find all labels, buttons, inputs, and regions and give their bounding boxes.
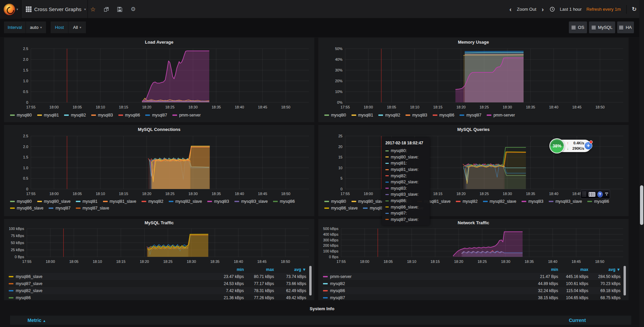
legend-series-name[interactable]: mysql82_slave	[9, 288, 214, 293]
legend-series-name[interactable]: mysql86	[323, 288, 528, 293]
legend-item-mysql86[interactable]: mysql86	[587, 199, 609, 204]
legend-item-mysql87[interactable]: mysql87	[460, 113, 481, 118]
legend-item-mysql80[interactable]: mysql80	[324, 113, 346, 118]
grafana-logo-menu[interactable]: ▾	[0, 0, 21, 18]
panel-title[interactable]: MySQL Queries	[318, 127, 629, 132]
star-icon[interactable]: ☆	[90, 6, 96, 12]
mysql-dashboards-button[interactable]: MySQL	[589, 21, 615, 33]
legend-sort-avg[interactable]: avg ▼	[274, 267, 306, 272]
legend-item-mysql86[interactable]: mysql86	[433, 113, 454, 118]
chart-load-average[interactable]: 17:5518:0018:0518:1018:1518:2018:2518:30…	[7, 47, 311, 111]
legend-item-mysql81[interactable]: mysql81	[37, 113, 59, 118]
legend-item-mysql83[interactable]: mysql83	[207, 199, 229, 204]
legend-item-mysql87[interactable]: mysql87	[145, 113, 167, 118]
legend-sort-min[interactable]: min	[528, 267, 558, 272]
legend-item-mysql80_slave[interactable]: mysql80_slave	[352, 199, 385, 204]
legend-table-row-mysql86[interactable]: mysql8621.36 kBps77.26 kBps49.42 kBps	[9, 294, 306, 300]
legend-series-name[interactable]: mysql87	[323, 295, 528, 300]
chart-memory-usage[interactable]: 17:5518:0018:0518:1018:1518:2018:2518:30…	[322, 47, 625, 111]
legend-item-mysql82[interactable]: mysql82	[378, 113, 400, 118]
panel-title[interactable]: MySQL Connections	[4, 127, 314, 132]
legend-item-mysql81[interactable]: mysql81	[352, 113, 373, 118]
legend-item-mysql86_slave[interactable]: mysql86_slave	[324, 206, 358, 211]
legend-item-mysql87[interactable]: mysql87	[363, 206, 385, 211]
legend-item-mysql83[interactable]: mysql83	[91, 113, 113, 118]
legend-item-mysql82_slave[interactable]: mysql82_slave	[169, 199, 202, 204]
legend-sort-min[interactable]: min	[214, 267, 244, 272]
page-scrollbar[interactable]	[639, 0, 644, 327]
time-range-picker[interactable]: Last 1 hour	[560, 7, 582, 12]
gear-icon[interactable]: ⚙	[130, 6, 136, 12]
zoom-out-button[interactable]: Zoom Out	[517, 7, 536, 12]
chart-network-traffic[interactable]: 17:5518:0018:0518:1018:1518:2018:2518:30…	[322, 227, 625, 266]
legend-sort-max[interactable]: max	[244, 267, 274, 272]
legend-item-mysql82[interactable]: mysql82	[142, 199, 163, 204]
scrollbar-thumb[interactable]	[640, 185, 643, 225]
legend-item-mysql86_slave[interactable]: mysql86_slave	[10, 206, 43, 211]
legend-table-row-mysql87_slave[interactable]: mysql87_slave24.53 kBps77.17 kBps73.66 k…	[9, 280, 306, 287]
chevron-right-icon[interactable]: ›	[541, 6, 544, 12]
interval-select[interactable]: auto▾	[26, 21, 46, 33]
legend-item-mysql80[interactable]: mysql80	[10, 113, 32, 118]
help-icon[interactable]: ?	[597, 191, 603, 197]
legend-scrollbar[interactable]	[624, 266, 626, 295]
legend-item-mysql81[interactable]: mysql81	[76, 199, 98, 204]
legend-table-row-pmm-server[interactable]: pmm-server21.47 Bps445.16 kBps284.50 kBp…	[323, 273, 621, 280]
battery-percent-badge[interactable]: 38%	[549, 138, 565, 153]
ha-dashboards-button[interactable]: HA	[617, 21, 634, 33]
legend-sort-avg[interactable]: avg ▼	[588, 267, 621, 272]
legend-series-name[interactable]: mysql87_slave	[9, 281, 214, 286]
current-column-header[interactable]: Current	[569, 318, 586, 323]
minimize-icon[interactable]	[605, 193, 608, 193]
os-dashboards-button[interactable]: OS	[569, 21, 587, 33]
legend-item-mysql86[interactable]: mysql86	[273, 199, 295, 204]
legend-series-name[interactable]: pmm-server	[323, 274, 528, 279]
refresh-interval-label[interactable]: Refresh every 1m	[586, 7, 621, 12]
legend-table-row-mysql82_slave[interactable]: mysql82_slave7.42 kBps78.31 kBps62.49 kB…	[9, 287, 306, 294]
legend-table-row-mysql86[interactable]: mysql8632.24 kBps115.04 kBps69.18 kBps	[323, 287, 621, 294]
legend-item-mysql83_slave[interactable]: mysql83_slave	[549, 199, 582, 204]
metric-column-header[interactable]: Metric ▲	[28, 318, 46, 323]
legend-item-mysql82[interactable]: mysql82	[64, 113, 86, 118]
legend-scrollbar[interactable]	[309, 266, 312, 295]
network-speed-extension-overlay[interactable]: ↑0.4K/s ↓290K/s + 38%	[549, 138, 593, 154]
legend-item-mysql83[interactable]: mysql83	[406, 113, 427, 118]
refresh-icon[interactable]: ↻	[632, 6, 637, 13]
drag-handle-icon[interactable]	[583, 192, 587, 197]
keyboard-icon[interactable]	[589, 192, 595, 197]
legend-item-mysql80[interactable]: mysql80	[324, 199, 346, 204]
ime-toolbar-overlay[interactable]: ? ▼	[581, 190, 610, 199]
legend-table-row-mysql87[interactable]: mysql8738.15 kBps104.65 kBps68.75 kBps	[323, 294, 621, 300]
legend-item-mysql81_slave[interactable]: mysql81_slave	[103, 199, 136, 204]
chart-mysql-traffic[interactable]: 17:5518:0018:0518:1018:1518:2018:2518:30…	[7, 227, 311, 266]
chevron-down-icon[interactable]: ▼	[605, 194, 608, 196]
legend-series-name[interactable]: mysql82	[323, 281, 528, 286]
legend-item-mysql86[interactable]: mysql86	[118, 113, 140, 118]
panel-title[interactable]: Network Traffic	[318, 220, 629, 225]
legend-item-mysql82[interactable]: mysql82	[456, 199, 478, 204]
legend-item-pmm-server[interactable]: pmm-server	[172, 113, 201, 118]
panel-title[interactable]: Memory Usage	[318, 40, 629, 45]
legend-table-row-mysql82[interactable]: mysql8244.89 kBps100.61 kBps70.23 kBps	[323, 280, 621, 287]
legend-series-name[interactable]: mysql86	[9, 295, 214, 300]
chart-mysql-connections[interactable]: 17:5518:0018:0518:1018:1518:2018:2518:30…	[7, 134, 311, 198]
panel-title[interactable]: MySQL Traffic	[4, 220, 314, 225]
legend-item-mysql80[interactable]: mysql80	[10, 199, 32, 204]
legend-sort-max[interactable]: max	[558, 267, 588, 272]
svg-text:18:05: 18:05	[383, 260, 393, 264]
panel-title[interactable]: Load Average	[4, 40, 314, 45]
save-icon[interactable]	[117, 6, 123, 12]
host-select[interactable]: All▾	[68, 21, 86, 33]
share-icon[interactable]	[103, 6, 109, 12]
legend-item-mysql87_slave[interactable]: mysql87_slave	[76, 206, 109, 211]
legend-table-row-mysql86_slave[interactable]: mysql86_slave23.47 kBps80.71 kBps73.74 k…	[9, 273, 306, 280]
legend-item-mysql80_slave[interactable]: mysql80_slave	[37, 199, 70, 204]
chevron-left-icon[interactable]: ‹	[509, 6, 512, 12]
legend-item-mysql87[interactable]: mysql87	[49, 206, 70, 211]
legend-item-pmm-server[interactable]: pmm-server	[487, 113, 515, 118]
legend-item-mysql82_slave[interactable]: mysql82_slave	[483, 199, 516, 204]
legend-series-name[interactable]: mysql86_slave	[9, 274, 214, 279]
legend-item-mysql83[interactable]: mysql83	[522, 199, 543, 204]
dashboard-title-menu[interactable]: Cross Server Graphs ▾	[21, 0, 88, 18]
legend-item-mysql83_slave[interactable]: mysql83_slave	[234, 199, 268, 204]
